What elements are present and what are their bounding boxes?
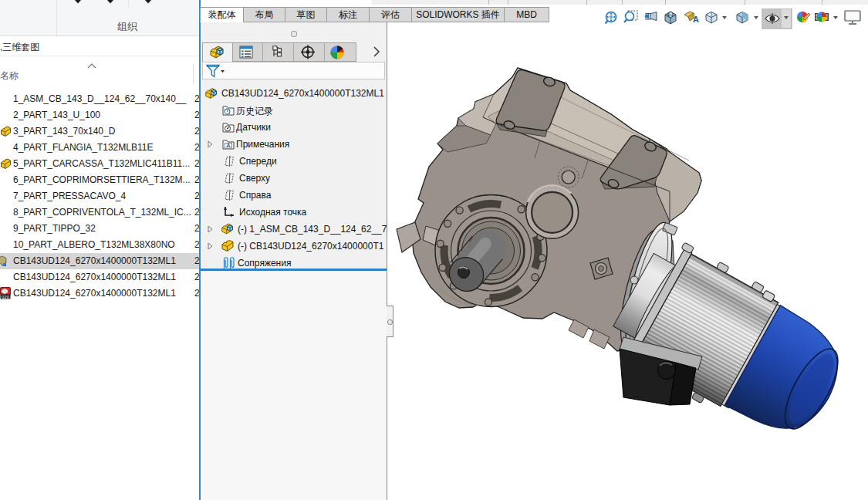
svg-text:A: A — [226, 142, 231, 149]
svg-text:020: 020 — [2, 295, 10, 299]
